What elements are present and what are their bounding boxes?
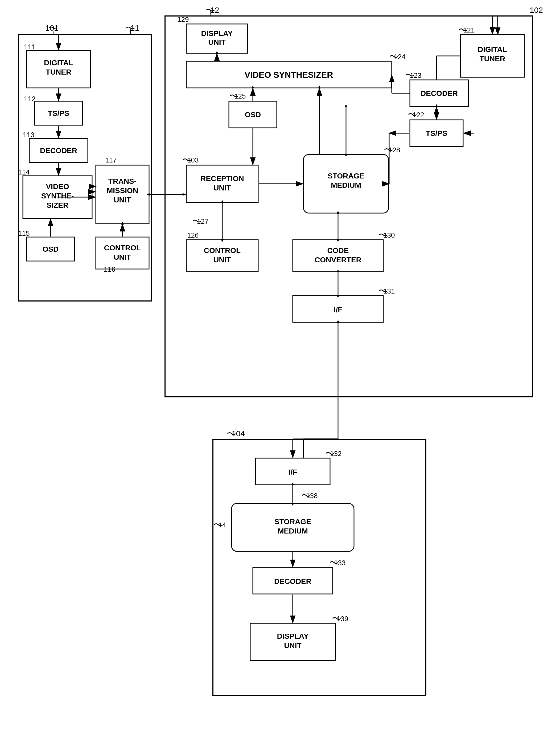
svg-text:DISPLAY: DISPLAY (277, 632, 309, 640)
svg-text:SYNTHE-: SYNTHE- (41, 192, 74, 200)
diagram-container: 101 11 12 102 104 (0, 0, 560, 737)
svg-text:VIDEO SYNTHESIZER: VIDEO SYNTHESIZER (245, 70, 333, 80)
svg-text:VIDEO: VIDEO (46, 182, 69, 191)
svg-text:DIGITAL: DIGITAL (478, 45, 507, 54)
svg-text:TS/PS: TS/PS (426, 129, 447, 137)
svg-text:117: 117 (105, 156, 117, 164)
svg-text:UNIT: UNIT (114, 253, 131, 261)
svg-text:STORAGE: STORAGE (328, 172, 364, 180)
svg-text:CONVERTER: CONVERTER (315, 256, 361, 264)
svg-text:I/F: I/F (289, 468, 297, 476)
svg-text:121: 121 (463, 26, 475, 34)
svg-text:CODE: CODE (327, 246, 349, 255)
svg-text:DECODER: DECODER (274, 577, 311, 586)
svg-text:129: 129 (177, 15, 189, 23)
diagram-svg: 101 11 12 102 104 (0, 0, 560, 737)
svg-text:MEDIUM: MEDIUM (331, 181, 361, 189)
svg-text:111: 111 (24, 43, 35, 51)
svg-text:DIGITAL: DIGITAL (44, 59, 73, 67)
svg-text:113: 113 (23, 131, 34, 139)
svg-text:139: 139 (337, 615, 348, 623)
ref-101: 101 (45, 23, 59, 32)
svg-text:112: 112 (24, 95, 35, 103)
svg-text:103: 103 (187, 156, 199, 164)
ref-104: 104 (232, 429, 245, 438)
svg-text:UNIT: UNIT (213, 184, 231, 192)
svg-text:127: 127 (197, 217, 208, 225)
svg-text:TUNER: TUNER (480, 55, 505, 63)
svg-text:115: 115 (18, 229, 30, 237)
svg-text:CONTROL: CONTROL (104, 244, 141, 252)
svg-text:CONTROL: CONTROL (204, 246, 241, 255)
svg-text:OSD: OSD (43, 245, 59, 253)
svg-text:TUNER: TUNER (46, 68, 71, 76)
svg-text:133: 133 (334, 559, 345, 567)
svg-text:126: 126 (187, 231, 199, 239)
svg-text:128: 128 (389, 146, 400, 154)
svg-text:UNIT: UNIT (284, 641, 301, 650)
svg-text:UNIT: UNIT (213, 256, 231, 264)
svg-text:DECODER: DECODER (40, 146, 77, 155)
svg-text:MISSION: MISSION (107, 186, 138, 195)
svg-text:131: 131 (383, 287, 395, 295)
svg-text:RECEPTION: RECEPTION (200, 174, 244, 183)
svg-text:130: 130 (383, 231, 395, 239)
svg-text:123: 123 (410, 71, 421, 79)
svg-text:I/F: I/F (334, 305, 343, 314)
svg-text:116: 116 (104, 265, 115, 273)
svg-text:124: 124 (394, 53, 405, 61)
svg-text:UNIT: UNIT (114, 196, 131, 204)
svg-text:STORAGE: STORAGE (274, 518, 311, 526)
ref-12: 12 (210, 6, 219, 14)
svg-text:DECODER: DECODER (421, 89, 458, 97)
svg-text:MEDIUM: MEDIUM (278, 527, 308, 535)
svg-text:SIZER: SIZER (47, 201, 68, 209)
ref-11: 11 (130, 23, 139, 32)
svg-text:TS/PS: TS/PS (48, 109, 69, 117)
svg-text:132: 132 (330, 450, 341, 458)
svg-text:TRANS-: TRANS- (108, 177, 137, 185)
svg-text:125: 125 (234, 92, 246, 100)
ref-102: 102 (530, 6, 543, 14)
svg-text:138: 138 (306, 492, 318, 500)
svg-text:122: 122 (413, 111, 424, 119)
svg-text:OSD: OSD (245, 110, 261, 119)
svg-text:DISPLAY: DISPLAY (201, 29, 233, 38)
svg-text:UNIT: UNIT (208, 38, 225, 46)
svg-text:114: 114 (18, 168, 30, 176)
